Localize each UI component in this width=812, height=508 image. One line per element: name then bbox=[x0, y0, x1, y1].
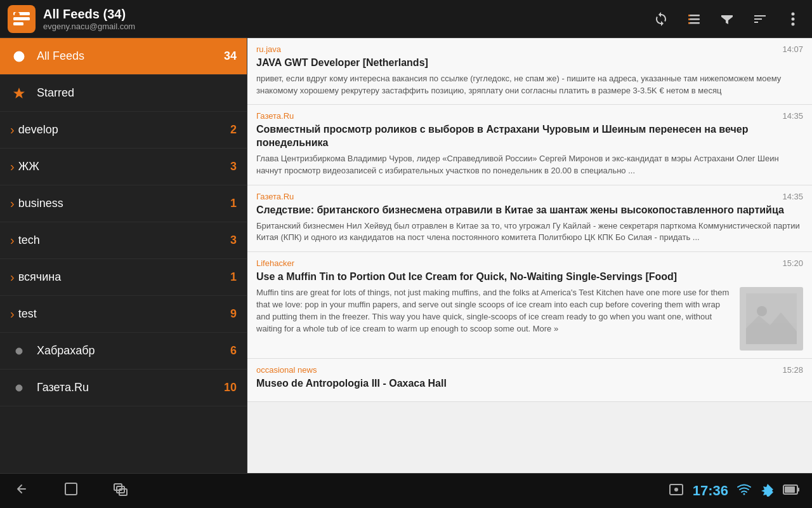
sidebar-item-starred[interactable]: Starred bbox=[0, 75, 247, 112]
main-content: All Feeds 34 Starred › develop 2 › ЖЖ 3 … bbox=[0, 38, 812, 473]
battery-icon bbox=[783, 484, 799, 498]
filter-icon[interactable] bbox=[716, 8, 738, 30]
business-chevron: › bbox=[10, 196, 15, 211]
svg-rect-9 bbox=[688, 22, 690, 24]
feed-title: Следствие: британского бизнесмена отрави… bbox=[256, 204, 803, 217]
test-count: 9 bbox=[230, 307, 237, 321]
svg-rect-4 bbox=[688, 15, 700, 17]
feed-item[interactable]: Газета.Ru 14:35 Следствие: британского б… bbox=[247, 185, 812, 252]
feed-item-header: Lifehacker 15:20 bbox=[256, 258, 803, 268]
sidebar-item-gazeta[interactable]: Газета.Ru 10 bbox=[0, 370, 247, 406]
feed-item-with-image: Muffin tins are great for lots of things… bbox=[256, 287, 803, 351]
feed-source: Lifehacker bbox=[256, 258, 294, 268]
feed-item[interactable]: Lifehacker 15:20 Use a Muffin Tin to Por… bbox=[247, 252, 812, 359]
sidebar-item-zhzh[interactable]: › ЖЖ 3 bbox=[0, 149, 247, 185]
feed-source: Газета.Ru bbox=[256, 192, 294, 201]
sidebar-item-business[interactable]: › business 1 bbox=[0, 185, 247, 222]
sidebar-item-tech[interactable]: › tech 3 bbox=[0, 222, 247, 259]
sidebar-item-all-feeds[interactable]: All Feeds 34 bbox=[0, 38, 247, 75]
starred-icon bbox=[10, 87, 28, 100]
svg-point-15 bbox=[16, 385, 22, 391]
starred-label: Starred bbox=[37, 86, 237, 100]
habr-label: Хабрахабр bbox=[37, 344, 230, 358]
all-feeds-label: All Feeds bbox=[37, 50, 224, 63]
vsyachina-chevron: › bbox=[10, 270, 15, 284]
svg-rect-1 bbox=[13, 17, 30, 20]
feed-title: Совместный просмотр роликов с выборов в … bbox=[256, 123, 803, 150]
sidebar: All Feeds 34 Starred › develop 2 › ЖЖ 3 … bbox=[0, 38, 247, 473]
feed-excerpt: Британский бизнесмен Нил Хейвуд был отра… bbox=[256, 220, 803, 244]
top-bar: All Feeds (34) evgeny.nacu@gmail.com bbox=[0, 0, 812, 38]
all-feeds-count: 34 bbox=[224, 50, 237, 63]
habr-icon bbox=[10, 347, 28, 355]
feed-item[interactable]: Газета.Ru 14:35 Совместный просмотр роли… bbox=[247, 105, 812, 185]
svg-rect-26 bbox=[785, 486, 795, 493]
test-label: test bbox=[18, 307, 230, 321]
svg-rect-18 bbox=[65, 483, 77, 495]
wifi-icon bbox=[737, 483, 751, 500]
svg-point-14 bbox=[16, 348, 22, 354]
nav-icons bbox=[13, 480, 129, 502]
vsyachina-count: 1 bbox=[230, 271, 237, 284]
test-chevron: › bbox=[10, 307, 15, 321]
feed-time: 15:28 bbox=[782, 365, 803, 375]
feed-item-text: Muffin tins are great for lots of things… bbox=[256, 287, 733, 351]
feed-time: 14:35 bbox=[782, 192, 803, 201]
svg-rect-7 bbox=[688, 15, 690, 17]
feed-time: 14:35 bbox=[782, 111, 803, 121]
screenshot-icon bbox=[669, 482, 684, 500]
feed-item[interactable]: occasional news 15:28 Museo de Antropolo… bbox=[247, 359, 812, 402]
svg-point-10 bbox=[792, 12, 795, 15]
svg-rect-5 bbox=[688, 18, 700, 20]
more-icon[interactable] bbox=[782, 8, 804, 30]
develop-label: develop bbox=[18, 123, 230, 137]
develop-chevron: › bbox=[10, 123, 15, 137]
zhzh-label: ЖЖ bbox=[18, 160, 230, 173]
feed-title: Museo de Antropologia III - Oaxaca Hall bbox=[256, 377, 803, 391]
zhzh-count: 3 bbox=[230, 160, 237, 173]
tech-count: 3 bbox=[230, 234, 237, 247]
back-icon[interactable] bbox=[13, 480, 30, 502]
time-display: 17:36 bbox=[693, 483, 728, 499]
svg-point-24 bbox=[743, 493, 745, 495]
svg-point-3 bbox=[15, 12, 20, 17]
feed-item-header: ru.java 14:07 bbox=[256, 44, 803, 54]
recent-icon[interactable] bbox=[112, 480, 129, 502]
app-logo bbox=[8, 5, 36, 33]
feed-title: Use a Muffin Tin to Portion Out Ice Crea… bbox=[256, 271, 803, 284]
app-title: All Feeds (34) bbox=[43, 6, 650, 22]
svg-point-13 bbox=[14, 51, 24, 62]
feed-time: 15:20 bbox=[782, 258, 803, 268]
bottom-bar: 17:36 bbox=[0, 473, 812, 508]
svg-rect-2 bbox=[13, 22, 23, 25]
app-subtitle: evgeny.nacu@gmail.com bbox=[43, 22, 650, 31]
business-count: 1 bbox=[230, 197, 237, 210]
svg-point-12 bbox=[792, 22, 795, 25]
develop-count: 2 bbox=[230, 123, 237, 137]
bottom-right: 17:36 bbox=[669, 482, 799, 500]
feed-title: JAVA GWT Developer [Netherlands] bbox=[256, 57, 803, 70]
feed-source: Газета.Ru bbox=[256, 111, 294, 121]
feed-excerpt: привет, если вдруг кому интересна ваканс… bbox=[256, 73, 803, 97]
feed-item-header: Газета.Ru 14:35 bbox=[256, 111, 803, 121]
sidebar-item-vsyachina[interactable]: › всячина 1 bbox=[0, 259, 247, 296]
svg-point-23 bbox=[674, 488, 678, 491]
feed-item-header: occasional news 15:28 bbox=[256, 365, 803, 375]
airplane-icon bbox=[760, 483, 774, 500]
feed-thumbnail bbox=[740, 287, 803, 351]
sidebar-item-test[interactable]: › test 9 bbox=[0, 296, 247, 333]
sidebar-item-habr[interactable]: Хабрахабр 6 bbox=[0, 333, 247, 370]
list-icon[interactable] bbox=[683, 8, 705, 30]
habr-count: 6 bbox=[230, 344, 237, 358]
refresh-icon[interactable] bbox=[650, 8, 672, 30]
feed-time: 14:07 bbox=[782, 44, 803, 54]
tech-chevron: › bbox=[10, 233, 15, 248]
zhzh-chevron: › bbox=[10, 159, 15, 174]
feed-list: ru.java 14:07 JAVA GWT Developer [Nether… bbox=[247, 38, 812, 473]
sort-icon[interactable] bbox=[749, 8, 771, 30]
feed-item[interactable]: ru.java 14:07 JAVA GWT Developer [Nether… bbox=[247, 38, 812, 105]
home-icon[interactable] bbox=[62, 480, 80, 502]
all-feeds-icon bbox=[10, 51, 28, 62]
svg-point-17 bbox=[757, 306, 767, 316]
sidebar-item-develop[interactable]: › develop 2 bbox=[0, 112, 247, 149]
